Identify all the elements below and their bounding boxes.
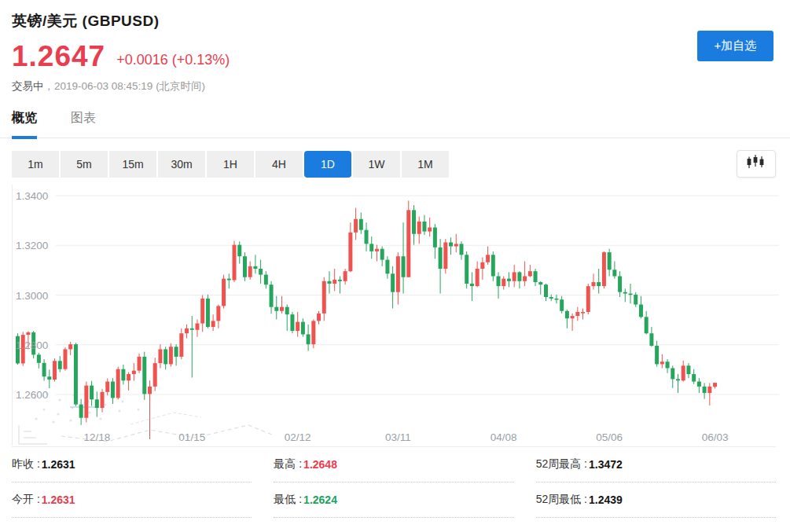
quote-page: 英镑/美元 (GBPUSD) 1.2647 +0.0016 (+0.13%) 交… [0,0,790,532]
svg-text:1.3200: 1.3200 [16,240,48,251]
market-status-row: 交易中，2019-06-03 08:45:19 (北京时间) [12,79,774,94]
svg-text:1.2600: 1.2600 [16,389,48,401]
svg-text:04/08: 04/08 [491,431,517,443]
svg-text:12/18: 12/18 [83,431,110,443]
status-separator: ， [44,80,55,92]
timeframe-1h[interactable]: 1H [207,151,254,178]
stat-high_52w: 52周最高 : 1.3472 [536,447,776,482]
timeframe-4h[interactable]: 4H [255,151,303,178]
price-chart-area[interactable]: 1.34001.32001.30001.28001.260012/1801/15… [12,185,790,446]
svg-text:1.3000: 1.3000 [16,290,48,302]
svg-text:06/03: 06/03 [702,431,729,443]
stat-high: 最高 : 1.2648 [274,447,513,482]
watermark-sketch [19,392,272,444]
svg-text:1.3400: 1.3400 [16,190,48,202]
timeframe-15m[interactable]: 15m [109,151,156,178]
current-price: 1.2647 [12,42,105,71]
timeframe-1m[interactable]: 1M [402,151,449,178]
stat-low: 最低 : 1.2624 [274,482,513,518]
timeframe-30m[interactable]: 30m [158,151,205,178]
svg-text:1.2800: 1.2800 [16,339,48,351]
svg-text:01/15: 01/15 [178,431,205,443]
timeframe-1w[interactable]: 1W [353,151,400,178]
svg-text:05/06: 05/06 [596,431,623,443]
candlestick-style-icon [746,154,766,174]
chart-style-button[interactable] [737,150,776,178]
quote-header: 英镑/美元 (GBPUSD) 1.2647 +0.0016 (+0.13%) 交… [0,0,790,94]
stat-low_52w: 52周最低 : 1.2439 [536,482,776,518]
stat-open: 今开 : 1.2631 [12,482,252,518]
timeframe-5m[interactable]: 5m [61,151,108,178]
market-status: 交易中 [12,80,44,92]
timezone-label: (北京时间) [156,80,205,92]
stat-prev_close: 昨收 : 1.2631 [12,447,252,482]
chart-toolbar: 1m5m15m30m1H4H1D1W1M [12,150,776,178]
price-change: +0.0016 (+0.13%) [116,52,230,71]
svg-text:03/11: 03/11 [385,431,411,443]
quote-timestamp: 2019-06-03 08:45:19 [54,80,152,92]
candlestick-chart[interactable]: 1.34001.32001.30001.28001.260012/1801/15… [13,185,779,446]
quote-stats: 昨收 : 1.2631最高 : 1.264852周最高 : 1.3472今开 :… [12,446,776,518]
add-watchlist-button[interactable]: +加自选 [697,31,773,61]
price-row: 1.2647 +0.0016 (+0.13%) [12,42,774,71]
timeframe-group: 1m5m15m30m1H4H1D1W1M [12,151,449,178]
svg-text:02/12: 02/12 [285,431,311,443]
tab-bar: 概览图表 [0,110,790,138]
page-title: 英镑/美元 (GBPUSD) [12,11,774,31]
timeframe-1m[interactable]: 1m [12,151,59,178]
tab-chart[interactable]: 图表 [71,110,96,138]
timeframe-1d[interactable]: 1D [304,151,351,178]
tab-overview[interactable]: 概览 [12,110,37,139]
